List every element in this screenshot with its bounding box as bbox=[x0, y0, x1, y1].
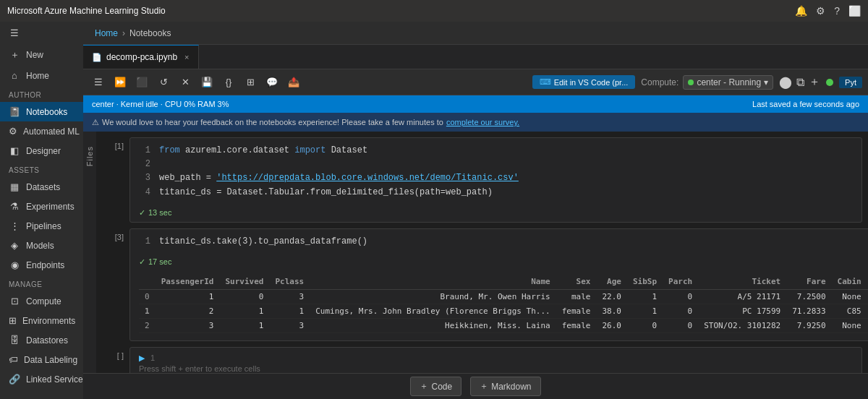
cell-2[interactable]: 1 titanic_ds.take(3).to_pandas_dataframe… bbox=[129, 228, 868, 341]
sidebar-item-new[interactable]: ＋ New bbox=[0, 44, 83, 66]
tab-notebook[interactable]: 📄 decomp-pca.ipynb × bbox=[83, 45, 199, 69]
clear-button[interactable]: ✕ bbox=[176, 73, 195, 92]
stop-button[interactable]: ⬤ bbox=[779, 75, 792, 89]
sidebar-item-compute-label: Compute bbox=[26, 296, 61, 306]
breadcrumb-home[interactable]: Home bbox=[95, 28, 118, 38]
sidebar-item-environments[interactable]: ⊞ Environments bbox=[0, 311, 83, 330]
home-icon: ⌂ bbox=[9, 70, 20, 81]
add-cell-button[interactable]: ＋ bbox=[809, 74, 820, 90]
add-code-label: Code bbox=[431, 382, 452, 392]
files-strip: Files bbox=[83, 132, 96, 373]
col-header-parch: Parch bbox=[663, 274, 698, 290]
table-header: PassengerId Survived Pclass Name Sex Age… bbox=[139, 274, 868, 290]
add-markdown-button[interactable]: ＋ Markdown bbox=[470, 377, 540, 396]
sidebar-item-designer-label: Designer bbox=[26, 146, 61, 156]
sidebar-item-compute[interactable]: ⊡ Compute bbox=[0, 291, 83, 311]
share-button[interactable]: 📤 bbox=[284, 73, 303, 92]
sidebar-item-data-labeling-label: Data Labeling bbox=[24, 355, 77, 365]
table-cell: 2 bbox=[156, 304, 220, 318]
sidebar-section-assets: Assets bbox=[0, 160, 83, 177]
code-toggle-button[interactable]: {} bbox=[219, 73, 238, 92]
table-cell: 0 bbox=[219, 289, 269, 304]
sidebar-item-automated-ml[interactable]: ⚙ Automated ML bbox=[0, 121, 83, 141]
sidebar-item-designer[interactable]: ◧ Designer bbox=[0, 141, 83, 160]
col-header-pclass: Pclass bbox=[269, 274, 310, 290]
sidebar-item-linked-services[interactable]: 🔗 Linked Services bbox=[0, 369, 83, 389]
chat-button[interactable]: 💬 bbox=[263, 73, 281, 92]
compute-selector[interactable]: center - Running ▾ bbox=[683, 75, 773, 90]
notebook-file-icon: 📄 bbox=[92, 53, 102, 62]
sidebar-item-pipelines[interactable]: ⋮ Pipelines bbox=[0, 216, 83, 236]
table-header-row: PassengerId Survived Pclass Name Sex Age… bbox=[139, 274, 868, 290]
sidebar-item-notebooks[interactable]: 📓 Notebooks bbox=[0, 102, 83, 121]
sidebar-section-author: Author bbox=[0, 85, 83, 102]
bell-icon[interactable]: 🔔 bbox=[795, 5, 807, 17]
sidebar-item-endpoints-label: Endpoints bbox=[26, 260, 64, 270]
run-all-button[interactable]: ⏩ bbox=[111, 73, 129, 92]
table-cell: 38.0 bbox=[596, 304, 627, 318]
menu-toggle-button[interactable]: ☰ bbox=[89, 73, 108, 92]
sidebar-item-datastores[interactable]: 🗄 Datastores bbox=[0, 330, 83, 350]
warning-icon: ⚠ bbox=[92, 118, 99, 127]
restart-button[interactable]: ↺ bbox=[154, 73, 173, 92]
compute-area: Compute: center - Running ▾ bbox=[641, 75, 773, 90]
table-cell: None bbox=[832, 289, 867, 304]
sidebar-item-datasets-label: Datasets bbox=[26, 182, 60, 192]
sidebar-item-new-label: New bbox=[26, 50, 43, 60]
grid-button[interactable]: ⊞ bbox=[241, 73, 260, 92]
environments-icon: ⊞ bbox=[9, 315, 17, 326]
files-label[interactable]: Files bbox=[85, 146, 94, 166]
cell-1-number: [1] bbox=[103, 137, 129, 223]
compute-icon: ⊡ bbox=[9, 296, 20, 306]
save-button[interactable]: 💾 bbox=[197, 73, 216, 92]
cell-1[interactable]: 1 from azureml.core.dataset import Datas… bbox=[129, 137, 862, 223]
interrupt-button[interactable]: ⬛ bbox=[132, 73, 151, 92]
tab-close-button[interactable]: × bbox=[184, 53, 189, 61]
col-header-fare: Fare bbox=[786, 274, 831, 290]
plus-markdown-icon: ＋ bbox=[480, 380, 488, 392]
sidebar-item-endpoints[interactable]: ◉ Endpoints bbox=[0, 255, 83, 275]
sidebar-item-notebooks-label: Notebooks bbox=[26, 107, 67, 117]
sidebar-item-datasets[interactable]: ▦ Datasets bbox=[0, 177, 83, 197]
cell-2-line-1: 1 titanic_ds.take(3).to_pandas_dataframe… bbox=[139, 235, 868, 249]
data-labeling-icon: 🏷 bbox=[9, 354, 18, 365]
plus-icon: ＋ bbox=[9, 48, 20, 61]
help-icon[interactable]: ? bbox=[834, 5, 840, 17]
empty-cell[interactable]: ▶ 1 Press shift + enter to execute cells bbox=[129, 347, 862, 373]
kernel-status-right: Last saved a few seconds ago bbox=[752, 100, 859, 108]
tab-label: decomp-pca.ipynb bbox=[106, 52, 177, 62]
gear-icon[interactable]: ⚙ bbox=[816, 5, 825, 17]
top-bar-icons: 🔔 ⚙ ? ⬜ bbox=[795, 5, 861, 17]
endpoints-icon: ◉ bbox=[9, 259, 20, 270]
sidebar-item-experiments-label: Experiments bbox=[26, 202, 75, 212]
table-cell: 0 bbox=[139, 289, 156, 304]
notebook-area: Files [1] 1 from azureml.core.dataset im… bbox=[83, 132, 868, 373]
sidebar-item-models[interactable]: ◈ Models bbox=[0, 236, 83, 255]
top-bar: Microsoft Azure Machine Learning Studio … bbox=[0, 0, 868, 22]
edit-vscode-button[interactable]: ⌨ Edit in VS Code (pr... bbox=[532, 75, 636, 89]
vscode-icon: ⌨ bbox=[540, 77, 551, 87]
empty-cell-wrapper: [ ] ▶ 1 Press shift + enter to execute c… bbox=[98, 347, 868, 373]
sidebar-item-home-label: Home bbox=[26, 71, 49, 81]
table-cell: STON/O2. 3101282 bbox=[698, 318, 786, 332]
feedback-link[interactable]: complete our survey. bbox=[446, 118, 519, 126]
toolbar-right: ⌨ Edit in VS Code (pr... Compute: center… bbox=[532, 74, 862, 90]
add-code-button[interactable]: ＋ Code bbox=[410, 377, 461, 396]
hamburger-menu[interactable]: ☰ bbox=[0, 22, 83, 44]
pyt-badge: Pyt bbox=[839, 77, 862, 88]
sidebar-item-home[interactable]: ⌂ Home bbox=[0, 66, 83, 85]
table-cell: Braund, Mr. Owen Harris bbox=[310, 289, 556, 304]
designer-icon: ◧ bbox=[9, 145, 20, 156]
kernel-status-left: center · Kernel idle · CPU 0% RAM 3% bbox=[92, 100, 229, 108]
sidebar-item-experiments[interactable]: ⚗ Experiments bbox=[0, 197, 83, 216]
table-cell: 0 bbox=[627, 318, 663, 332]
automated-ml-icon: ⚙ bbox=[9, 126, 17, 137]
sidebar-item-automated-ml-label: Automated ML bbox=[23, 126, 80, 137]
table-cell: 3 bbox=[269, 289, 310, 304]
maximize-icon[interactable]: ⬜ bbox=[848, 5, 861, 17]
split-view-button[interactable]: ⧉ bbox=[796, 76, 804, 89]
experiments-icon: ⚗ bbox=[9, 201, 20, 212]
sidebar-item-data-labeling[interactable]: 🏷 Data Labeling bbox=[0, 350, 83, 369]
plus-code-icon: ＋ bbox=[420, 380, 428, 392]
bottom-toolbar: ＋ Code ＋ Markdown bbox=[83, 373, 868, 399]
